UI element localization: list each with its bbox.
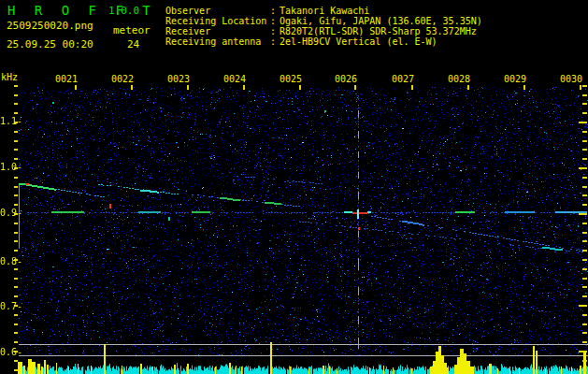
time-tick-label: 0030 bbox=[554, 74, 582, 84]
time-tick-label: 0025 bbox=[274, 74, 302, 84]
time-tick-label: 0023 bbox=[162, 74, 190, 84]
freq-tick-label: 0.6- bbox=[0, 347, 19, 357]
spectrogram-canvas bbox=[14, 85, 588, 374]
station-info-row: Receiving antenna:2el-HB9CV Vertical (el… bbox=[165, 36, 482, 47]
colon-separator: : bbox=[270, 26, 280, 36]
observation-mode: meteor bbox=[113, 24, 151, 36]
time-tick-label: 0021 bbox=[50, 74, 78, 84]
colon-separator: : bbox=[270, 16, 280, 26]
time-tick-label: 0029 bbox=[498, 74, 526, 84]
time-tick-label: 0024 bbox=[218, 74, 246, 84]
app-version: 1.0.0 bbox=[108, 5, 139, 17]
frame-datetime: 25.09.25 00:20 bbox=[7, 38, 93, 50]
freq-axis-unit: kHz bbox=[0, 72, 18, 82]
hrofft-screen: H R O F F T 1.0.0 2509250020.png meteor … bbox=[0, 0, 588, 374]
station-info-row: Observer:Takanori Kawachi bbox=[165, 6, 482, 16]
time-tick-label: 0027 bbox=[386, 74, 414, 84]
station-info-value: Ogaki, Gifu, JAPAN (136.60E, 35.35N) bbox=[280, 16, 482, 26]
freq-tick-label: 0.7- bbox=[0, 301, 19, 311]
colon-separator: : bbox=[270, 6, 280, 16]
station-info-value: R820T2(RTL-SDR) SDR-Sharp 53.372MHz bbox=[280, 26, 477, 36]
station-info-label: Receiving Location bbox=[165, 16, 270, 26]
time-tick-label: 0022 bbox=[106, 74, 134, 84]
output-filename: 2509250020.png bbox=[7, 20, 93, 32]
freq-tick-label: 0.8- bbox=[0, 256, 19, 266]
colon-separator: : bbox=[270, 36, 280, 47]
station-info-label: Receiver bbox=[165, 26, 270, 36]
freq-tick-label: 1.1- bbox=[0, 116, 19, 126]
freq-tick-label: 0.9- bbox=[0, 208, 19, 218]
station-info-label: Receiving antenna bbox=[165, 36, 270, 47]
station-info-row: Receiving Location:Ogaki, Gifu, JAPAN (1… bbox=[165, 16, 482, 26]
freq-tick-label: 1.0- bbox=[0, 162, 19, 172]
time-tick-label: 0028 bbox=[442, 74, 470, 84]
time-tick-label: 0026 bbox=[329, 74, 357, 84]
station-info-value: 2el-HB9CV Vertical (el. E-W) bbox=[280, 36, 437, 47]
station-info-label: Observer bbox=[165, 6, 270, 16]
station-info-row: Receiver:R820T2(RTL-SDR) SDR-Sharp 53.37… bbox=[165, 26, 482, 36]
station-info-block: Observer:Takanori KawachiReceiving Locat… bbox=[165, 6, 482, 47]
echo-count: 24 bbox=[127, 38, 139, 50]
station-info-value: Takanori Kawachi bbox=[280, 6, 369, 16]
